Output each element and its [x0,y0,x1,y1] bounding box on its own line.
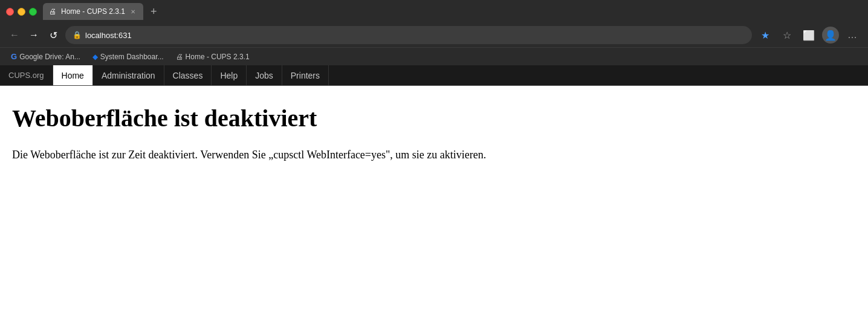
bookmark-label: System Dashboar... [100,53,164,61]
active-tab[interactable]: 🖨 Home - CUPS 2.3.1 ✕ [43,3,143,20]
more-menu-button[interactable]: … [844,27,861,44]
url-bar[interactable]: 🔒 localhost:631 [65,26,752,44]
tab-close-button[interactable]: ✕ [129,7,137,16]
close-window-button[interactable] [6,8,14,16]
fullscreen-window-button[interactable] [29,8,37,16]
diamond-icon: ◆ [92,53,98,61]
forward-button[interactable]: → [27,28,41,42]
reload-button[interactable]: ↺ [46,28,60,42]
title-bar: 🖨 Home - CUPS 2.3.1 ✕ + [0,0,868,23]
lock-icon: 🔒 [73,31,82,39]
nav-administration[interactable]: Administration [93,65,164,85]
tab-title: Home - CUPS 2.3.1 [61,7,125,16]
browser-chrome: 🖨 Home - CUPS 2.3.1 ✕ + ← → ↺ 🔒 localhos… [0,0,868,65]
minimize-window-button[interactable] [18,8,25,16]
bookmarks-bar: G Google Drive: An... ◆ System Dashboar.… [0,47,868,65]
cups-navigation: CUPS.org Home Administration Classes Hel… [0,65,868,86]
toolbar-icons: ★ ☆ ⬜ 👤 … [757,27,861,44]
screenshot-icon[interactable]: ⬜ [800,27,817,44]
url-text: localhost:631 [85,31,132,40]
nav-help[interactable]: Help [212,65,247,85]
nav-classes[interactable]: Classes [164,65,212,85]
back-button[interactable]: ← [7,28,22,42]
nav-printers[interactable]: Printers [282,65,329,85]
bookmark-google-drive[interactable]: G Google Drive: An... [6,51,85,62]
tab-favicon: 🖨 [49,7,57,16]
traffic-lights [6,8,37,16]
address-bar: ← → ↺ 🔒 localhost:631 ★ ☆ ⬜ 👤 … [0,23,868,47]
profile-button[interactable]: 👤 [822,27,839,44]
profile-avatar: 👤 [822,27,839,44]
bookmark-system-dashboard[interactable]: ◆ System Dashboar... [88,51,169,62]
bookmark-cups-home[interactable]: 🖨 Home - CUPS 2.3.1 [171,51,254,62]
bookmark-label: Home - CUPS 2.3.1 [186,53,250,61]
nav-home[interactable]: Home [53,65,93,85]
page-heading: Weboberfläche ist deaktiviert [12,104,856,132]
reading-list-icon[interactable]: ☆ [779,27,795,44]
google-favicon: G [11,52,17,61]
tab-bar: 🖨 Home - CUPS 2.3.1 ✕ + [43,3,862,20]
bookmark-label: Google Drive: An... [19,53,80,61]
new-tab-button[interactable]: + [146,5,162,18]
page-body-text: Die Weboberfläche ist zur Zeit deaktivie… [12,147,856,163]
nav-jobs[interactable]: Jobs [247,65,282,85]
bookmark-star-icon[interactable]: ★ [757,27,774,44]
page-content: Weboberfläche ist deaktiviert Die Webobe… [0,86,868,315]
printer-favicon: 🖨 [176,53,183,61]
nav-cups-org[interactable]: CUPS.org [0,65,53,85]
